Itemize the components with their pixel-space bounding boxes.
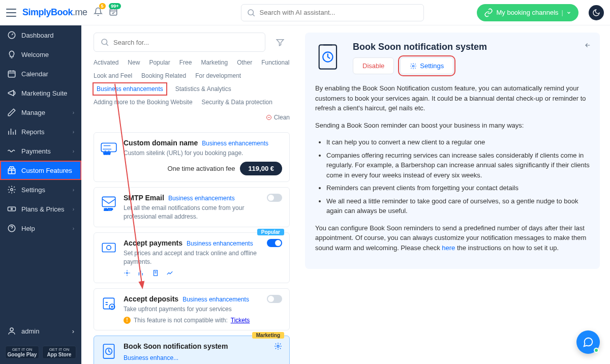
chart-icon[interactable] — [138, 269, 145, 277]
detail-bullet: It can help you to convert a new client … — [326, 137, 590, 147]
gear-icon[interactable] — [274, 342, 282, 350]
feature-toggle[interactable] — [267, 239, 282, 247]
filter-tab-security-data-protection[interactable]: Security & Data protection — [202, 97, 272, 108]
filter-button[interactable] — [270, 33, 290, 52]
chevron-right-icon: › — [73, 226, 74, 231]
feature-toggle[interactable] — [267, 194, 282, 202]
chevron-right-icon: › — [73, 187, 74, 193]
store-name: App Store — [47, 352, 72, 357]
feature-card-book-soon-notification-system[interactable]: MarketingBook Soon notification systemBu… — [94, 336, 290, 364]
sidebar-item-label: Plans & Prices — [21, 205, 65, 213]
filter-tab-popular[interactable]: Popular — [149, 57, 170, 68]
sidebar-item-help[interactable]: Help› — [0, 219, 81, 238]
clean-filters-button[interactable]: Clean — [266, 110, 290, 125]
sidebar-item-label: Help — [21, 225, 35, 232]
disable-button[interactable]: Disable — [353, 57, 394, 74]
app-store-badge[interactable]: GET IT ON App Store — [42, 346, 76, 359]
sidebar-item-payments[interactable]: Payments› — [0, 141, 81, 161]
chat-icon — [583, 337, 594, 348]
feature-desc: Set prices and accept and track online a… — [124, 249, 261, 266]
chat-fab[interactable] — [576, 330, 600, 354]
feature-warning: !This feature is not compatible with: Ti… — [124, 317, 261, 324]
feature-card-accept-deposits[interactable]: Accept depositsBusiness enhancementsTake… — [94, 288, 290, 330]
store-name: Google Play — [8, 352, 37, 357]
trend-icon[interactable] — [166, 269, 173, 277]
hamburger-menu[interactable] — [6, 9, 16, 17]
filter-tab-business-enhancements[interactable]: Business enhancements — [94, 83, 166, 95]
svg-rect-16 — [102, 244, 115, 252]
filter-tab-functional[interactable]: Functional — [261, 57, 289, 68]
sidebar-item-marketing-suite[interactable]: Marketing Suite — [0, 83, 81, 103]
svg-rect-20 — [103, 298, 114, 309]
feature-detail-icon — [315, 42, 343, 72]
store-top: GET IT ON — [49, 347, 70, 352]
sidebar-item-label: Manage — [21, 109, 45, 116]
chevron-right-icon: › — [73, 129, 74, 135]
ai-search-box[interactable] — [241, 4, 424, 21]
ai-search-input[interactable] — [260, 9, 418, 16]
filter-tab-activated[interactable]: Activated — [94, 57, 118, 68]
cash-icon — [7, 204, 16, 214]
chevron-right-icon: › — [72, 327, 74, 335]
sidebar-item-label: Custom Features — [21, 167, 72, 174]
feature-category[interactable]: Business enhance... — [124, 354, 178, 361]
feature-toggle[interactable] — [267, 295, 282, 303]
svg-point-9 — [10, 328, 13, 331]
cal-badge: 99+ — [109, 3, 120, 9]
feature-search-box[interactable] — [94, 33, 265, 52]
svg-point-10 — [102, 39, 107, 45]
feature-list-panel: ActivatedNewPopularFreeMarketingOtherFun… — [81, 25, 295, 364]
feature-search-input[interactable] — [113, 39, 259, 46]
svg-rect-3 — [8, 71, 15, 77]
gear-icon[interactable] — [124, 269, 131, 277]
feature-category[interactable]: Business enhancements — [202, 140, 268, 147]
filter-tab-free[interactable]: Free — [179, 57, 192, 68]
sidebar-item-reports[interactable]: Reports› — [0, 122, 81, 141]
feature-category[interactable]: Business enhancements — [182, 296, 249, 303]
feature-title: Accept payments — [124, 239, 182, 247]
feature-card-smtp-email[interactable]: SMTPSMTP EmailBusiness enhancementsLet a… — [94, 187, 290, 228]
collapse-button[interactable] — [584, 42, 591, 50]
feature-icon: SMTP — [100, 194, 117, 211]
dark-mode-toggle[interactable] — [589, 5, 604, 20]
settings-button[interactable]: Settings — [400, 57, 453, 74]
chevron-down-icon — [566, 10, 571, 15]
filter-tab-new[interactable]: New — [128, 57, 140, 68]
feature-icon — [100, 295, 117, 312]
sidebar-item-settings[interactable]: Settings› — [0, 180, 81, 199]
feature-card-accept-payments[interactable]: PopularAccept paymentsBusiness enhanceme… — [94, 232, 290, 283]
feature-icon: www — [100, 139, 117, 156]
feature-category[interactable]: Business enhancements — [187, 240, 253, 247]
filter-tab-booking-related[interactable]: Booking Related — [141, 70, 186, 81]
megaphone-icon — [7, 88, 16, 98]
booking-channels-button[interactable]: My booking channels | — [477, 4, 578, 21]
receipt-icon[interactable] — [152, 269, 159, 277]
svg-rect-14 — [102, 197, 115, 206]
svg-point-29 — [413, 65, 415, 67]
sidebar-user[interactable]: admin › — [0, 321, 81, 341]
filter-tab-marketing[interactable]: Marketing — [201, 57, 228, 68]
sidebar-item-plans-&-prices[interactable]: Plans & Prices› — [0, 199, 81, 219]
sidebar-item-custom-features[interactable]: Custom Features — [0, 161, 81, 180]
disable-label: Disable — [362, 62, 384, 70]
sidebar-item-manage[interactable]: Manage› — [0, 103, 81, 122]
google-play-badge[interactable]: GET IT ON Google Play — [5, 346, 39, 359]
warning-link[interactable]: Tickets — [231, 317, 250, 324]
sidebar-item-welcome[interactable]: Welcome — [0, 45, 81, 64]
filter-tab-for-development[interactable]: For development — [195, 70, 241, 81]
filter-tab-other[interactable]: Other — [237, 57, 252, 68]
filter-tab-statistics-analytics[interactable]: Statistics & Analytics — [175, 83, 231, 95]
logo-suffix: .me — [73, 7, 87, 17]
price-label: One time activation fee — [167, 165, 235, 172]
instructions-link[interactable]: here — [442, 244, 455, 252]
feature-card-custom-domain-name[interactable]: wwwCustom domain nameBusiness enhancemen… — [94, 132, 290, 182]
filter-tab-look-and-feel[interactable]: Look and Feel — [94, 70, 132, 81]
notifications-bell[interactable]: 5 — [94, 7, 103, 18]
detail-bullet: We all need a little reminder to take go… — [326, 196, 590, 216]
sidebar-item-dashboard[interactable]: Dashboard — [0, 25, 81, 45]
calendar-check-icon[interactable]: 99+ — [109, 7, 118, 18]
sidebar-item-label: Marketing Suite — [21, 89, 67, 97]
sidebar-item-calendar[interactable]: Calendar — [0, 64, 81, 83]
filter-tab-adding-more-to-the-booking-website[interactable]: Adding more to the Booking Website — [94, 97, 193, 108]
feature-category[interactable]: Business enhancements — [168, 195, 235, 202]
